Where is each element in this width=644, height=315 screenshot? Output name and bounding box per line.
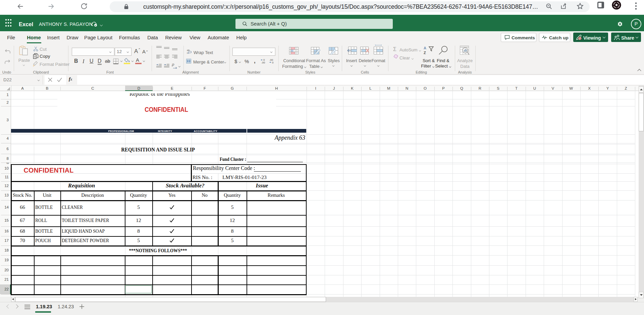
svg-text:.00: .00 — [261, 61, 265, 64]
svg-text:0: 0 — [272, 61, 274, 64]
svg-text:Z: Z — [424, 51, 426, 55]
svg-text:A: A — [424, 46, 426, 50]
svg-text:c: c — [187, 51, 188, 54]
svg-text:ab: ab — [172, 62, 175, 67]
